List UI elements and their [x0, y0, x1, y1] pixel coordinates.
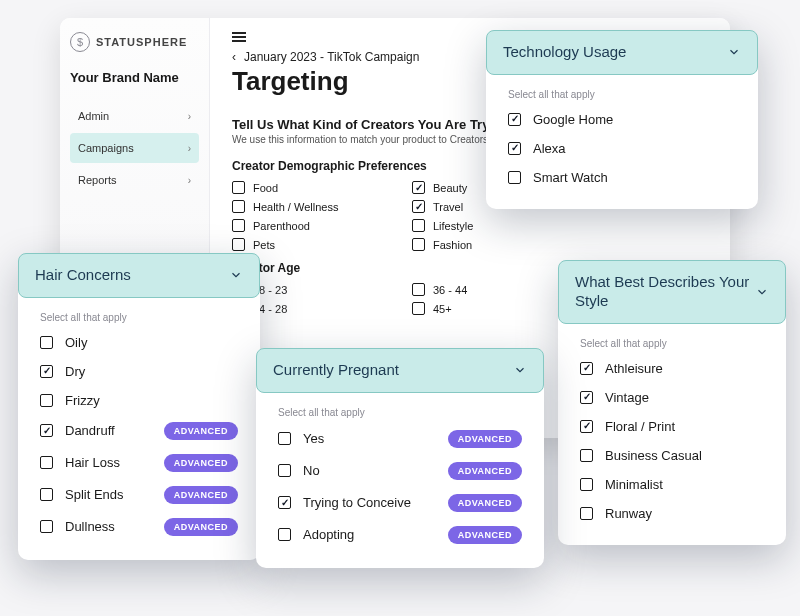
checkbox-icon[interactable] [40, 456, 53, 469]
checkbox-icon[interactable] [580, 449, 593, 462]
checkbox-icon[interactable] [580, 507, 593, 520]
sidebar-item-reports[interactable]: Reports› [70, 165, 199, 195]
sidebar-item-label: Reports [78, 174, 117, 186]
checkbox-option[interactable]: Parenthood [232, 219, 372, 232]
checkbox-label: Minimalist [605, 477, 764, 492]
checkbox-option[interactable]: 36 - 44 [412, 283, 552, 296]
checkbox-icon[interactable] [412, 302, 425, 315]
checkbox-label: Business Casual [605, 448, 764, 463]
checkbox-icon[interactable] [40, 394, 53, 407]
checkbox-label: Smart Watch [533, 170, 736, 185]
checkbox-label: Hair Loss [65, 455, 152, 470]
checkbox-icon[interactable] [232, 181, 245, 194]
checkbox-icon[interactable] [580, 420, 593, 433]
checkbox-icon[interactable] [412, 181, 425, 194]
checkbox-icon[interactable] [40, 365, 53, 378]
checkbox-icon[interactable] [412, 238, 425, 251]
checkbox-label: 45+ [433, 303, 452, 315]
checkbox-option[interactable]: Pets [232, 238, 372, 251]
checkbox-option[interactable]: Oily [40, 335, 238, 350]
checkbox-icon[interactable] [508, 142, 521, 155]
dropdown-header[interactable]: Technology Usage [486, 30, 758, 75]
checkbox-option[interactable]: Food [232, 181, 372, 194]
hamburger-icon[interactable] [232, 32, 246, 42]
advanced-badge: ADVANCED [164, 486, 238, 504]
checkbox-label: Pets [253, 239, 275, 251]
checkbox-label: Beauty [433, 182, 467, 194]
checkbox-option[interactable]: Vintage [580, 390, 764, 405]
advanced-badge: ADVANCED [164, 518, 238, 536]
checkbox-label: Food [253, 182, 278, 194]
checkbox-icon[interactable] [508, 171, 521, 184]
checkbox-option[interactable]: NoADVANCED [278, 462, 522, 480]
sidebar-item-campaigns[interactable]: Campaigns› [70, 133, 199, 163]
checkbox-icon[interactable] [40, 520, 53, 533]
checkbox-icon[interactable] [232, 219, 245, 232]
advanced-badge: ADVANCED [164, 422, 238, 440]
checkbox-label: Parenthood [253, 220, 310, 232]
checkbox-label: Adopting [303, 527, 436, 542]
checkbox-icon[interactable] [40, 424, 53, 437]
checkbox-option[interactable]: Trying to ConceiveADVANCED [278, 494, 522, 512]
checkbox-icon[interactable] [40, 488, 53, 501]
checkbox-label: Dandruff [65, 423, 152, 438]
select-hint: Select all that apply [580, 338, 764, 349]
dropdown-body: Select all that applyOilyDryFrizzyDandru… [24, 298, 254, 554]
checkbox-option[interactable]: Smart Watch [508, 170, 736, 185]
checkbox-option[interactable]: Split EndsADVANCED [40, 486, 238, 504]
checkbox-option[interactable]: Dry [40, 364, 238, 379]
checkbox-option[interactable]: Health / Wellness [232, 200, 372, 213]
brand-name-label: Your Brand Name [70, 70, 199, 85]
checkbox-icon[interactable] [278, 496, 291, 509]
checkbox-icon[interactable] [580, 362, 593, 375]
checkbox-option[interactable]: Business Casual [580, 448, 764, 463]
checkbox-icon[interactable] [232, 238, 245, 251]
checkbox-label: Runway [605, 506, 764, 521]
dropdown-header[interactable]: Hair Concerns [18, 253, 260, 298]
checkbox-option[interactable]: DullnessADVANCED [40, 518, 238, 536]
checkbox-icon[interactable] [412, 283, 425, 296]
checkbox-label: Fashion [433, 239, 472, 251]
checkbox-option[interactable]: Fashion [412, 238, 552, 251]
checkbox-option[interactable]: Runway [580, 506, 764, 521]
chevron-down-icon [229, 268, 243, 282]
dropdown-header[interactable]: What Best Describes Your Style [558, 260, 786, 324]
checkbox-icon[interactable] [278, 528, 291, 541]
checkbox-option[interactable]: Frizzy [40, 393, 238, 408]
logo-mark-icon: $ [70, 32, 90, 52]
dropdown-title: What Best Describes Your Style [575, 273, 755, 311]
checkbox-option[interactable]: YesADVANCED [278, 430, 522, 448]
dropdown-header[interactable]: Currently Pregnant [256, 348, 544, 393]
checkbox-label: Alexa [533, 141, 736, 156]
checkbox-option[interactable]: 45+ [412, 302, 552, 315]
card-style: What Best Describes Your StyleSelect all… [558, 260, 786, 545]
chevron-left-icon[interactable]: ‹ [232, 50, 236, 64]
select-hint: Select all that apply [508, 89, 736, 100]
dropdown-body: Select all that applyGoogle HomeAlexaSma… [492, 75, 752, 203]
checkbox-option[interactable]: Floral / Print [580, 419, 764, 434]
checkbox-icon[interactable] [278, 464, 291, 477]
checkbox-option[interactable]: Minimalist [580, 477, 764, 492]
advanced-badge: ADVANCED [448, 494, 522, 512]
checkbox-label: Athleisure [605, 361, 764, 376]
checkbox-icon[interactable] [40, 336, 53, 349]
checkbox-icon[interactable] [412, 219, 425, 232]
checkbox-icon[interactable] [580, 391, 593, 404]
checkbox-icon[interactable] [278, 432, 291, 445]
checkbox-option[interactable]: DandruffADVANCED [40, 422, 238, 440]
checkbox-option[interactable]: Hair LossADVANCED [40, 454, 238, 472]
checkbox-option[interactable]: Alexa [508, 141, 736, 156]
checkbox-icon[interactable] [232, 200, 245, 213]
select-hint: Select all that apply [40, 312, 238, 323]
checkbox-option[interactable]: Google Home [508, 112, 736, 127]
checkbox-icon[interactable] [580, 478, 593, 491]
dropdown-title: Currently Pregnant [273, 361, 399, 380]
checkbox-label: Dry [65, 364, 238, 379]
sidebar-item-admin[interactable]: Admin› [70, 101, 199, 131]
checkbox-option[interactable]: AdoptingADVANCED [278, 526, 522, 544]
checkbox-icon[interactable] [508, 113, 521, 126]
checkbox-icon[interactable] [412, 200, 425, 213]
card-currently-pregnant: Currently PregnantSelect all that applyY… [256, 348, 544, 568]
checkbox-option[interactable]: Athleisure [580, 361, 764, 376]
checkbox-option[interactable]: Lifestyle [412, 219, 552, 232]
